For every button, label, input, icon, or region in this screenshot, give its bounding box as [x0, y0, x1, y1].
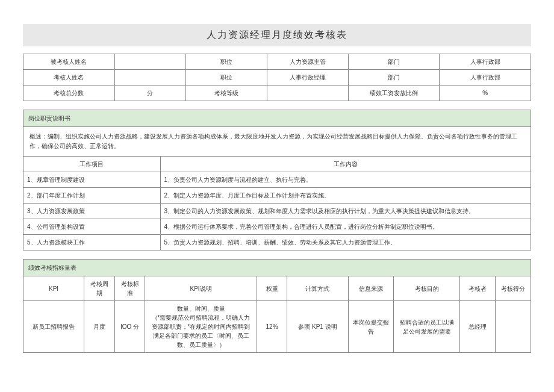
duty-content: 3、制定公司的人力资源发展政策、规划和年度人力需求以及相应的执行计划，为重大人事…: [160, 204, 531, 219]
info-value: 人事行政部: [440, 54, 531, 70]
kpi-heading: 绩效考核指标量表: [23, 260, 531, 276]
kpi-header: KPI说明: [145, 276, 257, 301]
duty-item: 1、规章管理制度建设: [23, 172, 161, 188]
table-row: 3、人力资源发展政策 3、制定公司的人力资源发展政策、规划和年度人力需求以及相应…: [23, 204, 531, 219]
kpi-header: 权重: [257, 276, 287, 301]
kpi-table: 绩效考核指标量表 KPI 考核周期 考核标准 KPI说明 权重 计算方式 信息来…: [23, 259, 531, 353]
info-value: 分: [114, 86, 185, 101]
table-row: 1、规章管理制度建设 1、负责公司人力资源制度与流程的建立、执行与完善。: [23, 172, 531, 188]
info-value: 人事行政部: [440, 70, 531, 86]
kpi-desc-line2: （*需要规范公司招聘流程，明确人力资源部职责；*在规定的时间内招聘到满足各部门要…: [149, 313, 252, 349]
duty-content: 4、根据公司运行体系要求，完善公司管理架构，合理进行人员配置，进行岗位分析并制定…: [160, 219, 531, 235]
info-label: 部门: [348, 54, 440, 70]
page-title: 人力资源经理月度绩效考核表: [23, 24, 531, 46]
kpi-cell: 总经理: [459, 301, 495, 353]
table-row: 概述：编制、组织实施公司人力资源战略，建设发展人力资源各项构成体系，最大限度地开…: [23, 127, 531, 157]
duty-item: 4、公司管理架构设置: [23, 219, 161, 235]
info-label: 绩效工资发放比例: [348, 86, 440, 101]
duty-table: 岗位职责说明书 概述：编制、组织实施公司人力资源战略，建设发展人力资源各项构成体…: [23, 110, 531, 250]
duty-item: 2、部门年度工作计划: [23, 188, 161, 204]
kpi-cell: 数量、时间、质量 （*需要规范公司招聘流程，明确人力资源部职责；*在规定的时间内…: [145, 301, 257, 353]
duty-content: 2、制定人力资源年度、月度工作目标及工作计划并布置实施。: [160, 188, 531, 204]
table-row: 4、公司管理架构设置 4、根据公司运行体系要求，完善公司管理架构，合理进行人员配…: [23, 219, 531, 235]
info-label: 职位: [185, 70, 267, 86]
kpi-header: KPI: [23, 276, 84, 301]
duty-item: 3、人力资源发展政策: [23, 204, 161, 219]
info-value: [267, 86, 348, 101]
info-value: %: [440, 86, 531, 101]
kpi-header: 考核标准: [114, 276, 145, 301]
info-label: 考核人姓名: [23, 70, 115, 86]
info-value: [114, 54, 185, 70]
kpi-cell: 12%: [257, 301, 287, 353]
duty-col-header: 工作项目: [23, 157, 161, 172]
kpi-header: 考核目的: [394, 276, 460, 301]
table-row: 考核人姓名 职位 人事行政经理 部门 人事行政部: [23, 70, 531, 86]
table-row: 新员工招聘报告 月度 IOO 分 数量、时间、质量 （*需要规范公司招聘流程，明…: [23, 301, 531, 353]
kpi-cell: IOO 分: [114, 301, 145, 353]
kpi-cell: 本岗位提交报告: [348, 301, 394, 353]
table-row: KPI 考核周期 考核标准 KPI说明 权重 计算方式 信息来源 考核目的 考核…: [23, 276, 531, 301]
kpi-cell: [495, 301, 531, 353]
kpi-header: 考核得分: [495, 276, 531, 301]
duty-col-header: 工作内容: [160, 157, 531, 172]
table-row: 绩效考核指标量表: [23, 260, 531, 276]
duty-summary-label: 概述：: [30, 133, 48, 140]
duty-summary-text: 编制、组织实施公司人力资源战略，建设发展人力资源各项构成体系，最大限度地开发人力…: [30, 133, 517, 149]
duty-content: 1、负责公司人力资源制度与流程的建立、执行与完善。: [160, 172, 531, 188]
info-label: 考核总分数: [23, 86, 115, 101]
kpi-header: 计算方式: [287, 276, 348, 301]
info-value: 人力资源主管: [267, 54, 348, 70]
duty-item: 5、人力资源模块工作: [23, 235, 161, 250]
kpi-cell: 招聘合适的员工以满足公司发展的需要: [394, 301, 460, 353]
info-label: 考核等级: [185, 86, 267, 101]
duty-heading: 岗位职责说明书: [23, 110, 531, 127]
table-row: 5、人力资源模块工作 5、负责人力资源规划、招聘、培训、薪酬、绩效、劳动关系及其…: [23, 235, 531, 250]
kpi-header: 信息来源: [348, 276, 394, 301]
kpi-cell: 参照 KP1 说明: [287, 301, 348, 353]
duty-content: 5、负责人力资源规划、招聘、培训、薪酬、绩效、劳动关系及其它人力资源管理工作。: [160, 235, 531, 250]
kpi-header: 考核者: [459, 276, 495, 301]
info-value: [114, 70, 185, 86]
table-row: 岗位职责说明书: [23, 110, 531, 127]
kpi-desc-line1: 数量、时间、质量: [149, 304, 252, 313]
table-row: 2、部门年度工作计划 2、制定人力资源年度、月度工作目标及工作计划并布置实施。: [23, 188, 531, 204]
table-row: 考核总分数 分 考核等级 绩效工资发放比例 %: [23, 86, 531, 101]
info-label: 部门: [348, 70, 440, 86]
kpi-cell: 月度: [84, 301, 115, 353]
duty-summary: 概述：编制、组织实施公司人力资源战略，建设发展人力资源各项构成体系，最大限度地开…: [23, 127, 531, 157]
info-table: 被考核人姓名 职位 人力资源主管 部门 人事行政部 考核人姓名 职位 人事行政经…: [23, 54, 531, 101]
kpi-cell: 新员工招聘报告: [23, 301, 84, 353]
kpi-header: 考核周期: [84, 276, 115, 301]
table-row: 被考核人姓名 职位 人力资源主管 部门 人事行政部: [23, 54, 531, 70]
info-label: 职位: [185, 54, 267, 70]
table-row: 工作项目 工作内容: [23, 157, 531, 172]
info-label: 被考核人姓名: [23, 54, 115, 70]
info-value: 人事行政经理: [267, 70, 348, 86]
